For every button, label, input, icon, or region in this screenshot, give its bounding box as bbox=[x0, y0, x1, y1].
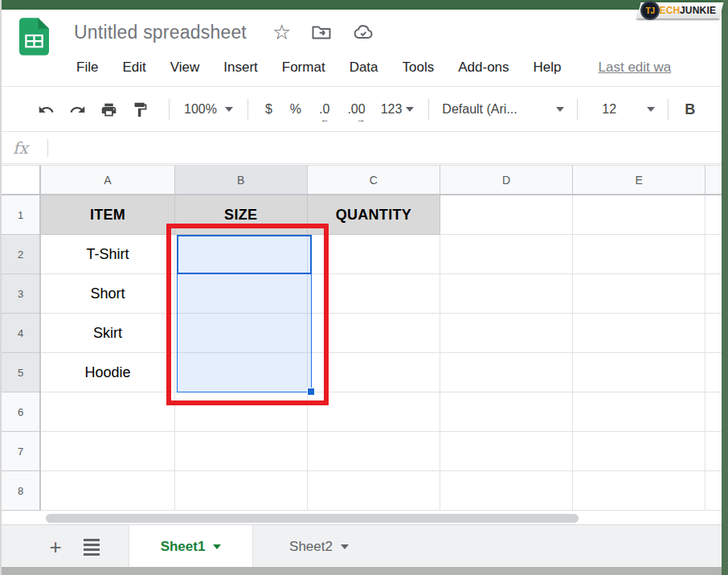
row-header-1[interactable]: 1 bbox=[2, 195, 41, 235]
row-header-4[interactable]: 4 bbox=[2, 314, 41, 353]
add-sheet-button[interactable]: + bbox=[43, 535, 67, 559]
menu-edit[interactable]: Edit bbox=[122, 60, 145, 76]
tab-sheet1[interactable]: Sheet1 bbox=[129, 525, 253, 568]
last-edit-link[interactable]: Last edit wa bbox=[599, 60, 672, 76]
row-header-7[interactable]: 7 bbox=[2, 432, 41, 471]
red-annotation-rectangle bbox=[166, 224, 329, 405]
menu-data[interactable]: Data bbox=[350, 60, 378, 76]
app-header: Untitled spreadsheet ☆ File Edit View In… bbox=[2, 10, 723, 87]
row-header-3[interactable]: 3 bbox=[2, 274, 41, 314]
font-family-selector[interactable]: Default (Ari... bbox=[442, 102, 564, 117]
cell-A6[interactable] bbox=[41, 392, 174, 432]
cell-E1[interactable] bbox=[573, 195, 706, 235]
toolbar: 100% $ % .0← .00→ 123 Default (Ari... 12… bbox=[2, 88, 723, 132]
cell-D8[interactable] bbox=[440, 471, 573, 511]
cell-A8[interactable] bbox=[41, 471, 174, 511]
cell-D7[interactable] bbox=[440, 432, 573, 471]
print-button[interactable] bbox=[98, 99, 119, 120]
cell-A5[interactable]: Hoodie bbox=[41, 353, 174, 392]
cell-D5[interactable] bbox=[440, 353, 573, 392]
cell-partial bbox=[706, 274, 723, 314]
paint-format-button[interactable] bbox=[129, 99, 150, 120]
cell-E5[interactable] bbox=[573, 353, 706, 392]
cell-E4[interactable] bbox=[573, 314, 706, 353]
toolbar-separator bbox=[247, 99, 248, 120]
bold-button[interactable]: B bbox=[685, 101, 695, 118]
format-percent-button[interactable]: % bbox=[290, 102, 301, 117]
toolbar-separator bbox=[577, 99, 578, 120]
cell-A7[interactable] bbox=[41, 432, 174, 471]
google-sheets-icon[interactable] bbox=[19, 18, 49, 55]
sheet1-label: Sheet1 bbox=[161, 539, 206, 555]
cell-partial bbox=[706, 353, 723, 392]
menu-view[interactable]: View bbox=[170, 60, 200, 76]
cell-E7[interactable] bbox=[573, 432, 706, 471]
cell-D3[interactable] bbox=[440, 274, 573, 314]
column-header-C[interactable]: C bbox=[308, 165, 440, 195]
cell-A4[interactable]: Skirt bbox=[41, 314, 174, 353]
menu-tools[interactable]: Tools bbox=[403, 60, 435, 76]
column-header-B[interactable]: B bbox=[175, 165, 308, 195]
right-frame-bar bbox=[722, 0, 728, 575]
cell-B8[interactable] bbox=[175, 471, 308, 511]
formula-bar[interactable]: fx bbox=[2, 133, 723, 164]
font-size-selector[interactable]: 12 bbox=[591, 102, 655, 117]
brand-junkie-text: JUNKIE bbox=[681, 5, 717, 16]
cell-C8[interactable] bbox=[308, 471, 440, 511]
menu-format[interactable]: Format bbox=[282, 60, 325, 76]
toolbar-separator bbox=[169, 99, 170, 120]
grid-row-5: 5Hoodie bbox=[2, 353, 723, 392]
row-header-8[interactable]: 8 bbox=[2, 471, 41, 511]
redo-button[interactable] bbox=[67, 99, 88, 120]
cell-D4[interactable] bbox=[440, 314, 573, 353]
cell-A2[interactable]: T-Shirt bbox=[41, 235, 174, 274]
move-folder-icon[interactable] bbox=[310, 21, 333, 43]
chevron-down-icon bbox=[406, 107, 414, 112]
top-frame-bar bbox=[2, 0, 728, 10]
cell-partial bbox=[706, 392, 723, 432]
arrow-left-icon: ← bbox=[321, 114, 329, 124]
more-formats-button[interactable]: 123 bbox=[381, 102, 415, 117]
cell-D6[interactable] bbox=[440, 392, 573, 432]
chevron-down-icon bbox=[647, 107, 655, 112]
undo-button[interactable] bbox=[35, 99, 56, 120]
cell-A3[interactable]: Short bbox=[41, 274, 174, 314]
menu-insert[interactable]: Insert bbox=[223, 60, 258, 76]
cell-B7[interactable] bbox=[175, 432, 308, 471]
column-header-D[interactable]: D bbox=[440, 165, 573, 195]
increase-decimal-button[interactable]: .00→ bbox=[347, 102, 365, 117]
cell-E6[interactable] bbox=[573, 392, 706, 432]
menu-help[interactable]: Help bbox=[534, 60, 562, 76]
toolbar-separator bbox=[428, 99, 429, 120]
horizontal-scrollbar[interactable] bbox=[2, 511, 723, 524]
row-header-6[interactable]: 6 bbox=[2, 392, 41, 432]
menu-add-ons[interactable]: Add-ons bbox=[458, 60, 509, 76]
column-header-E[interactable]: E bbox=[573, 165, 706, 195]
toolbar-separator bbox=[668, 99, 669, 120]
cell-A1[interactable]: ITEM bbox=[41, 195, 174, 235]
cell-E3[interactable] bbox=[573, 274, 706, 314]
zoom-selector[interactable]: 100% bbox=[184, 102, 233, 117]
menu-file[interactable]: File bbox=[76, 60, 98, 76]
scrollbar-thumb[interactable] bbox=[46, 514, 579, 523]
print-icon bbox=[100, 101, 117, 118]
cell-C7[interactable] bbox=[308, 432, 440, 471]
row-header-5[interactable]: 5 bbox=[2, 353, 41, 392]
cell-E2[interactable] bbox=[573, 235, 706, 274]
decrease-decimal-button[interactable]: .0← bbox=[319, 102, 329, 117]
zoom-value: 100% bbox=[184, 102, 217, 117]
cell-D2[interactable] bbox=[440, 235, 573, 274]
document-title[interactable]: Untitled spreadsheet bbox=[74, 22, 247, 43]
format-currency-button[interactable]: $ bbox=[265, 102, 272, 117]
cell-E8[interactable] bbox=[573, 471, 706, 511]
tab-sheet2[interactable]: Sheet2 bbox=[271, 525, 367, 568]
star-icon[interactable]: ☆ bbox=[272, 22, 291, 43]
select-all-corner[interactable] bbox=[2, 165, 41, 195]
all-sheets-menu-icon[interactable] bbox=[84, 539, 100, 556]
chevron-down-icon bbox=[341, 544, 349, 549]
cell-partial bbox=[706, 195, 723, 235]
row-header-2[interactable]: 2 bbox=[2, 235, 41, 274]
column-header-A[interactable]: A bbox=[41, 165, 174, 195]
cell-D1[interactable] bbox=[440, 195, 573, 235]
grid-row-2: 2T-Shirt bbox=[2, 235, 723, 274]
